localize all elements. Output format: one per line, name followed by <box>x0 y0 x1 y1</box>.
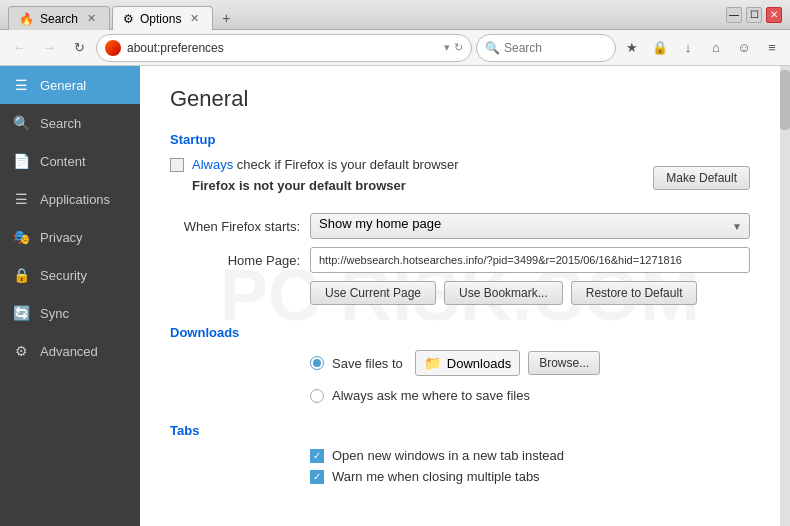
always-link[interactable]: Always <box>192 157 233 172</box>
search-bar[interactable]: 🔍 <box>476 34 616 62</box>
sidebar-item-advanced-label: Advanced <box>40 344 98 359</box>
search-tab-icon: 🔥 <box>19 12 34 26</box>
tab-bar: 🔥 Search ✕ ⚙ Options ✕ + <box>8 0 726 29</box>
back-button[interactable]: ← <box>6 35 32 61</box>
sidebar-item-security[interactable]: 🔒 Security <box>0 256 140 294</box>
default-browser-label: Always check if Firefox is your default … <box>192 157 459 172</box>
options-tab-icon: ⚙ <box>123 12 134 26</box>
home-icon[interactable]: ⌂ <box>704 36 728 60</box>
content-area: PC RISK.COM General Startup Always check… <box>140 66 780 526</box>
ask-where-row: Always ask me where to save files <box>310 388 750 403</box>
ask-where-label: Always ask me where to save files <box>332 388 530 403</box>
firefox-logo <box>105 40 121 56</box>
sidebar-item-search-label: Search <box>40 116 81 131</box>
address-bar[interactable]: about:preferences ▾ ↻ <box>96 34 472 62</box>
save-files-radio[interactable] <box>310 356 324 370</box>
search-tab-label: Search <box>40 12 78 26</box>
sidebar-item-sync[interactable]: 🔄 Sync <box>0 294 140 332</box>
close-button[interactable]: ✕ <box>766 7 782 23</box>
when-starts-label: When Firefox starts: <box>170 219 310 234</box>
title-bar: 🔥 Search ✕ ⚙ Options ✕ + — ☐ ✕ <box>0 0 790 30</box>
content-icon: 📄 <box>12 152 30 170</box>
sidebar-item-search[interactable]: 🔍 Search <box>0 104 140 142</box>
menu-icon[interactable]: ≡ <box>760 36 784 60</box>
main-container: ☰ General 🔍 Search 📄 Content ☰ Applicati… <box>0 66 790 526</box>
make-default-button[interactable]: Make Default <box>653 166 750 190</box>
save-files-row: Save files to 📁 Downloads Browse... <box>170 350 750 382</box>
options-tab-close[interactable]: ✕ <box>187 11 202 26</box>
maximize-button[interactable]: ☐ <box>746 7 762 23</box>
folder-icon: 📁 <box>424 355 441 371</box>
applications-icon: ☰ <box>12 190 30 208</box>
sidebar-item-security-label: Security <box>40 268 87 283</box>
startup-section-title: Startup <box>170 132 750 147</box>
scrollbar-thumb[interactable] <box>780 70 790 130</box>
save-files-radio-row: Save files to 📁 Downloads Browse... <box>310 350 600 376</box>
startup-section: Startup Always check if Firefox is your … <box>170 132 750 305</box>
when-starts-select[interactable]: Show my home page <box>310 213 750 239</box>
restore-to-default-button[interactable]: Restore to Default <box>571 281 698 305</box>
advanced-icon: ⚙ <box>12 342 30 360</box>
default-browser-checkbox[interactable] <box>170 158 184 172</box>
sidebar-item-privacy[interactable]: 🎭 Privacy <box>0 218 140 256</box>
ask-where-radio[interactable] <box>310 389 324 403</box>
open-new-windows-label: Open new windows in a new tab instead <box>332 448 564 463</box>
warn-closing-checkbox[interactable]: ✓ <box>310 470 324 484</box>
download-icon[interactable]: ↓ <box>676 36 700 60</box>
bookmark-icon[interactable]: ★ <box>620 36 644 60</box>
reload-button[interactable]: ↻ <box>66 35 92 61</box>
sidebar-item-applications-label: Applications <box>40 192 110 207</box>
warn-closing-label: Warn me when closing multiple tabs <box>332 469 540 484</box>
open-new-windows-checkbox[interactable]: ✓ <box>310 449 324 463</box>
downloads-folder-name: Downloads <box>447 356 511 371</box>
sidebar-item-content-label: Content <box>40 154 86 169</box>
home-page-row: Home Page: <box>170 247 750 273</box>
when-starts-row: When Firefox starts: Show my home page ▼ <box>170 213 750 239</box>
search-sidebar-icon: 🔍 <box>12 114 30 132</box>
secure-icon[interactable]: 🔒 <box>648 36 672 60</box>
home-page-input[interactable] <box>310 247 750 273</box>
tabs-section-title: Tabs <box>170 423 750 438</box>
general-icon: ☰ <box>12 76 30 94</box>
address-icons: ▾ ↻ <box>444 41 463 54</box>
sidebar-item-general-label: General <box>40 78 86 93</box>
sidebar: ☰ General 🔍 Search 📄 Content ☰ Applicati… <box>0 66 140 526</box>
toolbar-icons: ★ 🔒 ↓ ⌂ ☺ ≡ <box>620 36 784 60</box>
save-files-radio-label: Save files to <box>332 356 403 371</box>
warn-closing-row: ✓ Warn me when closing multiple tabs <box>310 469 750 484</box>
browse-button[interactable]: Browse... <box>528 351 600 375</box>
downloads-path-bar: 📁 Downloads <box>415 350 520 376</box>
minimize-button[interactable]: — <box>726 7 742 23</box>
when-starts-select-wrap[interactable]: Show my home page ▼ <box>310 213 750 239</box>
open-new-windows-row: ✓ Open new windows in a new tab instead <box>310 448 750 463</box>
warning-row: Firefox is not your default browser Make… <box>170 178 750 203</box>
sidebar-item-content[interactable]: 📄 Content <box>0 142 140 180</box>
scrollbar[interactable] <box>780 66 790 526</box>
dropdown-arrow-icon: ▾ <box>444 41 450 54</box>
downloads-section-title: Downloads <box>170 325 750 340</box>
forward-button[interactable]: → <box>36 35 62 61</box>
security-icon: 🔒 <box>12 266 30 284</box>
sidebar-item-general[interactable]: ☰ General <box>0 66 140 104</box>
new-tab-button[interactable]: + <box>215 7 237 29</box>
use-current-page-button[interactable]: Use Current Page <box>310 281 436 305</box>
options-tab-label: Options <box>140 12 181 26</box>
page-title: General <box>170 86 750 112</box>
address-text: about:preferences <box>127 41 438 55</box>
startup-buttons-row: Use Current Page Use Bookmark... Restore… <box>310 281 750 305</box>
user-icon[interactable]: ☺ <box>732 36 756 60</box>
sidebar-item-applications[interactable]: ☰ Applications <box>0 180 140 218</box>
sidebar-item-sync-label: Sync <box>40 306 69 321</box>
search-tab-close[interactable]: ✕ <box>84 11 99 26</box>
nav-bar: ← → ↻ about:preferences ▾ ↻ 🔍 ★ 🔒 ↓ ⌂ ☺ … <box>0 30 790 66</box>
use-bookmark-button[interactable]: Use Bookmark... <box>444 281 563 305</box>
reload-small-icon: ↻ <box>454 41 463 54</box>
not-default-warning: Firefox is not your default browser <box>192 178 406 193</box>
content-inner: PC RISK.COM General Startup Always check… <box>140 66 780 524</box>
sidebar-item-advanced[interactable]: ⚙ Advanced <box>0 332 140 370</box>
search-icon: 🔍 <box>485 41 500 55</box>
tab-options[interactable]: ⚙ Options ✕ <box>112 6 213 30</box>
sync-icon: 🔄 <box>12 304 30 322</box>
default-browser-label-rest: check if Firefox is your default browser <box>237 157 459 172</box>
tab-search[interactable]: 🔥 Search ✕ <box>8 6 110 30</box>
